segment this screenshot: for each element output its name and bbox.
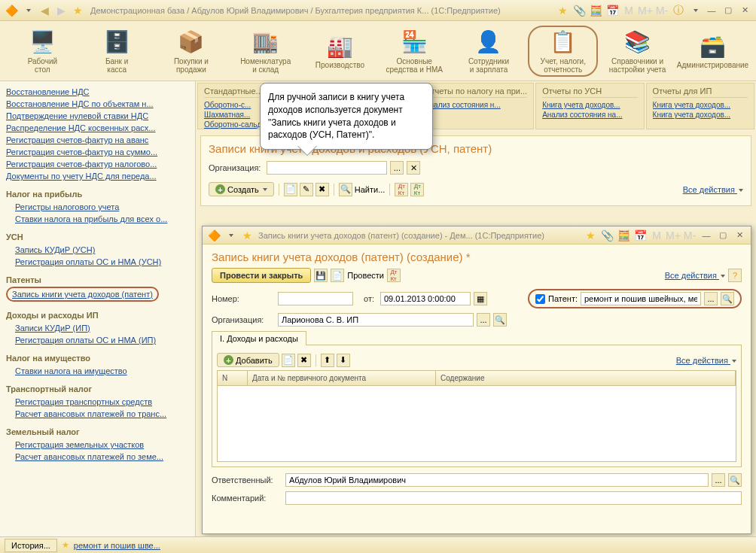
info-drop-icon[interactable] bbox=[687, 3, 703, 18]
inner-minimize[interactable]: — bbox=[700, 230, 713, 241]
report-link-4-0[interactable]: Книга учета доходов... bbox=[653, 100, 748, 110]
sidebar-top-link-6[interactable]: Регистрация счетов-фактур налогово... bbox=[6, 158, 189, 170]
edit-icon[interactable]: ✎ bbox=[300, 183, 313, 196]
toolbar-item-1[interactable]: 🗄️Банк икасса bbox=[82, 26, 152, 77]
copy-icon[interactable]: 📄 bbox=[284, 183, 297, 196]
sidebar-item-5-0[interactable]: Регистрация транспортных средств bbox=[6, 396, 189, 408]
toolbar-item-2[interactable]: 📦Покупки ипродажи bbox=[157, 26, 227, 77]
app-icon[interactable]: 🔶 bbox=[4, 3, 19, 18]
create-button[interactable]: +Создать bbox=[209, 182, 274, 196]
search-icon[interactable]: 🔍 bbox=[339, 183, 352, 196]
toolbar-item-3[interactable]: 🏬Номенклатураи склад bbox=[230, 26, 300, 77]
calendar-icon[interactable]: 📅 bbox=[605, 3, 620, 18]
sidebar-item-1-0[interactable]: Запись КУДиР (УСН) bbox=[6, 244, 189, 256]
inner-org-input[interactable] bbox=[278, 313, 474, 327]
resp-input[interactable] bbox=[285, 473, 709, 487]
find-label[interactable]: Найти... bbox=[355, 185, 386, 194]
date-picker-btn[interactable]: ▦ bbox=[474, 292, 487, 305]
inner-link-icon[interactable]: 📎 bbox=[599, 228, 614, 243]
toolbar-item-9[interactable]: 🗃️Администрирование bbox=[677, 29, 748, 72]
sidebar-top-link-0[interactable]: Восстановление НДС bbox=[6, 86, 189, 98]
toolbar-item-7[interactable]: 📋Учет, налоги,отчетность bbox=[528, 26, 598, 77]
toolbar-item-8[interactable]: 📚Справочники инастройки учета bbox=[602, 26, 672, 77]
sidebar-item-2-0[interactable]: Запись книги учета доходов (патент) bbox=[6, 287, 159, 302]
org-input[interactable] bbox=[267, 161, 387, 175]
income-tab[interactable]: I. Доходы и расходы bbox=[212, 331, 306, 345]
sidebar-item-5-1[interactable]: Расчет авансовых платежей по транс... bbox=[6, 408, 189, 420]
dropdown-icon[interactable] bbox=[20, 3, 35, 18]
favorite-icon[interactable]: ★ bbox=[70, 3, 85, 18]
fav-star-icon[interactable]: ★ bbox=[555, 3, 570, 18]
sidebar-item-3-0[interactable]: Записи КУДиР (ИП) bbox=[6, 322, 189, 334]
inner-all-actions[interactable]: Все действия bbox=[665, 271, 725, 280]
patent-input[interactable] bbox=[581, 292, 701, 305]
add-button[interactable]: +Добавить bbox=[217, 353, 279, 367]
col-n[interactable]: N bbox=[218, 371, 248, 385]
inner-fav-icon[interactable]: ★ bbox=[583, 228, 598, 243]
report-link-3-1[interactable]: Анализ состояния на... bbox=[542, 110, 637, 120]
inner-app-icon[interactable]: 🔶 bbox=[206, 228, 221, 243]
toolbar-item-6[interactable]: 👤Сотрудникии зарплата bbox=[454, 26, 524, 77]
patent-select-btn[interactable]: ... bbox=[704, 292, 718, 305]
sidebar-item-6-0[interactable]: Регистрация земельных участков bbox=[6, 439, 189, 451]
org-select-btn[interactable]: ... bbox=[390, 161, 404, 175]
sidebar-item-0-0[interactable]: Регистры налогового учета bbox=[6, 201, 189, 213]
link-icon[interactable]: 📎 bbox=[572, 3, 587, 18]
inner-mp[interactable]: M+ bbox=[666, 228, 681, 243]
provesti-icon[interactable]: 📄 bbox=[331, 269, 344, 282]
row-up-icon[interactable]: ⬆ bbox=[321, 354, 334, 367]
patent-checkbox[interactable] bbox=[535, 294, 545, 304]
inner-m[interactable]: M bbox=[649, 228, 664, 243]
info-icon[interactable]: ⓘ bbox=[671, 3, 686, 18]
m-btn[interactable]: M bbox=[621, 3, 636, 18]
num-input[interactable] bbox=[278, 292, 353, 305]
mp-btn[interactable]: M+ bbox=[638, 3, 653, 18]
status-link[interactable]: ремонт и пошив шве... bbox=[74, 541, 160, 550]
all-actions-link[interactable]: Все действия bbox=[683, 185, 743, 194]
calc-icon[interactable]: 🧮 bbox=[588, 3, 603, 18]
tab-all-actions[interactable]: Все действия bbox=[676, 356, 736, 365]
row-down-icon[interactable]: ⬇ bbox=[337, 354, 350, 367]
inner-cal-icon[interactable]: 📅 bbox=[633, 228, 648, 243]
sidebar-top-link-4[interactable]: Регистрация счетов-фактур на аванс bbox=[6, 134, 189, 146]
sidebar-top-link-5[interactable]: Регистрация счетов-фактур на суммо... bbox=[6, 146, 189, 158]
sidebar-item-3-1[interactable]: Регистрация оплаты ОС и НМА (ИП) bbox=[6, 334, 189, 346]
inner-org-select[interactable]: ... bbox=[477, 313, 490, 327]
comment-input[interactable] bbox=[285, 491, 742, 505]
dt-kt-icon[interactable]: ДтКт bbox=[395, 183, 408, 196]
toolbar-item-5[interactable]: 🏪Основныесредства и НМА bbox=[380, 26, 450, 77]
history-button[interactable]: История... bbox=[5, 539, 57, 552]
inner-close[interactable]: ✕ bbox=[733, 230, 746, 241]
maximize-button[interactable]: ▢ bbox=[721, 5, 735, 16]
dtkt-icon[interactable]: ДтКт bbox=[387, 269, 401, 282]
row-del-icon[interactable]: ✖ bbox=[297, 354, 311, 367]
row-copy-icon[interactable]: 📄 bbox=[282, 354, 295, 367]
inner-mm[interactable]: M- bbox=[682, 228, 697, 243]
col-content[interactable]: Содержание bbox=[436, 371, 736, 385]
minimize-button[interactable]: — bbox=[705, 5, 718, 16]
resp-search-btn[interactable]: 🔍 bbox=[728, 473, 742, 487]
report-link-2-0[interactable]: Анализ состояния н... bbox=[425, 100, 527, 110]
report-link-4-1[interactable]: Книга учета доходов... bbox=[653, 110, 748, 120]
sidebar-item-0-1[interactable]: Ставки налога на прибыль для всех о... bbox=[6, 213, 189, 225]
report-link-3-0[interactable]: Книга учета доходов... bbox=[542, 100, 637, 110]
sidebar-item-4-0[interactable]: Ставки налога на имущество bbox=[6, 365, 189, 377]
save-icon[interactable]: 💾 bbox=[314, 269, 328, 282]
patent-search-btn[interactable]: 🔍 bbox=[721, 292, 734, 305]
sidebar-item-1-1[interactable]: Регистрация оплаты ОС и НМА (УСН) bbox=[6, 256, 189, 268]
nav-fwd-icon[interactable]: ▶ bbox=[53, 3, 69, 18]
date-input[interactable] bbox=[380, 292, 471, 305]
sidebar-top-link-1[interactable]: Восстановление НДС по объектам н... bbox=[6, 98, 189, 110]
inner-org-search[interactable]: 🔍 bbox=[493, 313, 507, 327]
inner-drop-icon[interactable] bbox=[223, 228, 238, 243]
sidebar-item-6-1[interactable]: Расчет авансовых платежей по земе... bbox=[6, 451, 189, 463]
inner-star-icon[interactable]: ★ bbox=[239, 228, 255, 243]
toolbar-item-4[interactable]: 🏭Производство bbox=[305, 29, 375, 72]
sidebar-top-link-3[interactable]: Распределение НДС косвенных расх... bbox=[6, 122, 189, 134]
dt-kt-icon-2[interactable]: ДтКт bbox=[410, 183, 424, 196]
inner-maximize[interactable]: ▢ bbox=[716, 230, 730, 241]
toolbar-item-0[interactable]: 🖥️Рабочийстол bbox=[8, 26, 78, 77]
provesti-label[interactable]: Провести bbox=[347, 271, 384, 280]
org-clear-btn[interactable]: ✕ bbox=[407, 161, 420, 175]
save-close-button[interactable]: Провести и закрыть bbox=[212, 268, 311, 283]
